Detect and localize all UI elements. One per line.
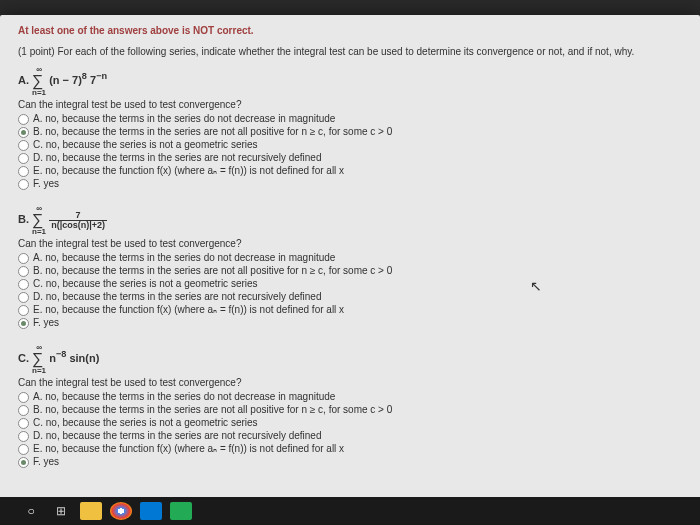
problem-prompt: (1 point) For each of the following seri… [18, 46, 682, 57]
worksheet-screen: At least one of the answers above is NOT… [0, 15, 700, 512]
part-c-question: Can the integral test be used to test co… [18, 377, 682, 388]
opt-b-A: A. no, because the terms in the series d… [33, 252, 335, 263]
task-view-icon[interactable]: ⊞ [50, 502, 72, 520]
radio-b-F[interactable] [18, 318, 29, 329]
part-a-options: A. no, because the terms in the series d… [18, 113, 682, 190]
opt-a-D: D. no, because the terms in the series a… [33, 152, 321, 163]
part-a-question: Can the integral test be used to test co… [18, 99, 682, 110]
radio-c-B[interactable] [18, 405, 29, 416]
opt-b-C: C. no, because the series is not a geome… [33, 278, 258, 289]
radio-b-E[interactable] [18, 305, 29, 316]
opt-a-B: B. no, because the terms in the series a… [33, 126, 392, 137]
part-b: B. ∞∑n=1 7 n(|cos(n)|+2) Can the integra… [18, 204, 682, 329]
part-c-expr: n−8 sin(n) [49, 352, 99, 364]
part-b-label: B. [18, 213, 29, 225]
part-c-label: C. [18, 352, 29, 364]
part-a: A. ∞∑n=1 (n − 7)8 7−n Can the integral t… [18, 65, 682, 190]
file-explorer-icon[interactable] [80, 502, 102, 520]
part-c-header: C. ∞∑n=1 n−8 sin(n) [18, 343, 682, 375]
opt-a-E: E. no, because the function f(x) (where … [33, 165, 344, 176]
warning-banner: At least one of the answers above is NOT… [18, 25, 682, 36]
windows-circle-icon[interactable]: ○ [20, 502, 42, 520]
radio-b-B[interactable] [18, 266, 29, 277]
part-c: C. ∞∑n=1 n−8 sin(n) Can the integral tes… [18, 343, 682, 468]
part-b-options: A. no, because the terms in the series d… [18, 252, 682, 329]
radio-b-A[interactable] [18, 253, 29, 264]
opt-c-F: F. yes [33, 456, 59, 467]
opt-a-C: C. no, because the series is not a geome… [33, 139, 258, 150]
radio-a-E[interactable] [18, 166, 29, 177]
store-icon[interactable] [140, 502, 162, 520]
part-b-header: B. ∞∑n=1 7 n(|cos(n)|+2) [18, 204, 682, 236]
radio-c-D[interactable] [18, 431, 29, 442]
part-b-question: Can the integral test be used to test co… [18, 238, 682, 249]
part-a-label: A. [18, 74, 29, 86]
radio-b-C[interactable] [18, 279, 29, 290]
opt-a-F: F. yes [33, 178, 59, 189]
radio-b-D[interactable] [18, 292, 29, 303]
app-icon[interactable] [170, 502, 192, 520]
opt-c-D: D. no, because the terms in the series a… [33, 430, 321, 441]
sigma-b: ∞∑n=1 [32, 204, 46, 236]
sigma-c: ∞∑n=1 [32, 343, 46, 375]
opt-b-F: F. yes [33, 317, 59, 328]
part-c-options: A. no, because the terms in the series d… [18, 391, 682, 468]
opt-c-B: B. no, because the terms in the series a… [33, 404, 392, 415]
part-a-expr: (n − 7)8 7−n [49, 74, 107, 86]
part-a-header: A. ∞∑n=1 (n − 7)8 7−n [18, 65, 682, 97]
opt-a-A: A. no, because the terms in the series d… [33, 113, 335, 124]
opt-b-E: E. no, because the function f(x) (where … [33, 304, 344, 315]
radio-a-D[interactable] [18, 153, 29, 164]
opt-c-C: C. no, because the series is not a geome… [33, 417, 258, 428]
radio-c-E[interactable] [18, 444, 29, 455]
radio-a-B[interactable] [18, 127, 29, 138]
radio-a-A[interactable] [18, 114, 29, 125]
radio-c-A[interactable] [18, 392, 29, 403]
part-b-den: n(|cos(n)|+2) [49, 221, 107, 230]
chrome-icon[interactable] [110, 502, 132, 520]
opt-c-E: E. no, because the function f(x) (where … [33, 443, 344, 454]
radio-c-C[interactable] [18, 418, 29, 429]
part-b-num: 7 [49, 211, 107, 221]
part-b-frac: 7 n(|cos(n)|+2) [49, 211, 107, 230]
sigma-a: ∞∑n=1 [32, 65, 46, 97]
opt-c-A: A. no, because the terms in the series d… [33, 391, 335, 402]
taskbar: ○ ⊞ [0, 497, 700, 525]
radio-c-F[interactable] [18, 457, 29, 468]
opt-b-B: B. no, because the terms in the series a… [33, 265, 392, 276]
opt-b-D: D. no, because the terms in the series a… [33, 291, 321, 302]
radio-a-C[interactable] [18, 140, 29, 151]
radio-a-F[interactable] [18, 179, 29, 190]
